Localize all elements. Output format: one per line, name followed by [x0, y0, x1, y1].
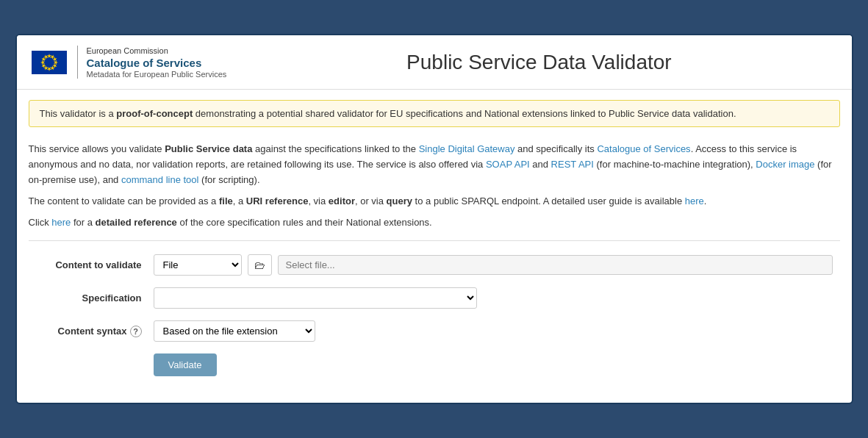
brand-name: European Commission: [87, 46, 227, 56]
desc2-bold2: URI reference: [246, 195, 309, 207]
desc1-mid: against the specifications linked to the: [252, 143, 418, 154]
content-to-validate-row: Content to validate File URI Editor Quer…: [36, 254, 833, 276]
link-single-digital-gateway[interactable]: Single Digital Gateway: [419, 143, 515, 154]
desc2-bold4: query: [387, 195, 412, 207]
main-content: This service allows you validate Public …: [17, 137, 852, 403]
desc3-before: Click: [29, 217, 52, 228]
desc2-mid4: to a public SPARQL endpoint. A detailed …: [412, 195, 685, 207]
file-input-group: File URI Editor Query 🗁: [154, 254, 833, 276]
content-type-select[interactable]: File URI Editor Query: [154, 254, 242, 276]
link-command-line[interactable]: command line tool: [121, 174, 199, 185]
content-label: Content to validate: [36, 259, 154, 270]
file-path-input[interactable]: [278, 255, 833, 275]
desc1-mid5: (for machine-to-machine integration),: [594, 159, 756, 170]
link-soap-api[interactable]: SOAP API: [486, 159, 530, 170]
desc1-end: (for scripting).: [198, 174, 259, 185]
desc1-bold: Public Service data: [165, 143, 252, 154]
description-para-1: This service allows you validate Public …: [29, 142, 840, 187]
file-browse-button[interactable]: 🗁: [248, 254, 272, 276]
desc3-end: of the core specification rules and thei…: [177, 217, 432, 228]
page-title: Public Service Data Validator: [241, 51, 836, 74]
desc1-mid2: and specifically its: [514, 143, 597, 154]
desc2-end: .: [704, 195, 707, 207]
brand-section: European Commission Catalogue of Service…: [77, 46, 227, 79]
notice-text-before: This validator is a: [40, 108, 117, 119]
specification-label: Specification: [36, 292, 154, 304]
desc1-mid4: and: [530, 159, 551, 170]
desc2-mid2: , via: [308, 195, 328, 207]
description-para-2: The content to validate can be provided …: [29, 194, 840, 209]
desc2-bold1: file: [219, 195, 233, 207]
link-rest-api[interactable]: REST API: [551, 159, 594, 170]
eu-flag-icon: [32, 51, 67, 74]
syntax-label-wrapper: Content syntax ?: [36, 326, 154, 337]
header: European Commission Catalogue of Service…: [17, 35, 852, 90]
content-syntax-row: Content syntax ? Based on the file exten…: [36, 320, 833, 342]
form-section: Content to validate File URI Editor Quer…: [29, 251, 840, 391]
specification-row: Specification: [36, 287, 833, 309]
desc2-mid1: , a: [233, 195, 246, 207]
divider: [29, 240, 840, 241]
desc1-before: This service allows you validate: [29, 143, 165, 154]
desc2-before: The content to validate can be provided …: [29, 195, 219, 207]
syntax-label-with-icon: Content syntax ?: [36, 326, 142, 337]
syntax-label-text: Content syntax: [58, 326, 127, 337]
syntax-help-icon[interactable]: ?: [130, 326, 142, 337]
logo-area: European Commission Catalogue of Service…: [32, 46, 227, 79]
desc3-bold: detailed reference: [96, 217, 177, 228]
catalogue-title: Catalogue of Services: [87, 56, 227, 71]
link-detailed-ref[interactable]: here: [51, 217, 71, 228]
desc2-mid3: , or via: [355, 195, 387, 207]
notice-banner: This validator is a proof-of-concept dem…: [29, 100, 840, 127]
syntax-select[interactable]: Based on the file extension XML JSON Tur…: [154, 320, 315, 342]
description-para-3: Click here for a detailed reference of t…: [29, 215, 840, 231]
main-window: European Commission Catalogue of Service…: [15, 34, 853, 405]
notice-bold: proof-of-concept: [116, 108, 193, 119]
desc2-bold3: editor: [329, 195, 355, 207]
link-docker-image[interactable]: Docker image: [756, 159, 814, 170]
validate-row: Validate: [36, 353, 833, 376]
link-catalogue-of-services[interactable]: Catalogue of Services: [597, 143, 690, 154]
link-user-guide[interactable]: here: [685, 195, 704, 207]
catalogue-subtitle: Metadata for European Public Services: [87, 70, 227, 79]
validate-button[interactable]: Validate: [154, 353, 217, 376]
desc3-mid: for a: [71, 217, 95, 228]
notice-text-after: demonstrating a potential shared validat…: [193, 108, 736, 119]
specification-select[interactable]: [154, 287, 477, 309]
